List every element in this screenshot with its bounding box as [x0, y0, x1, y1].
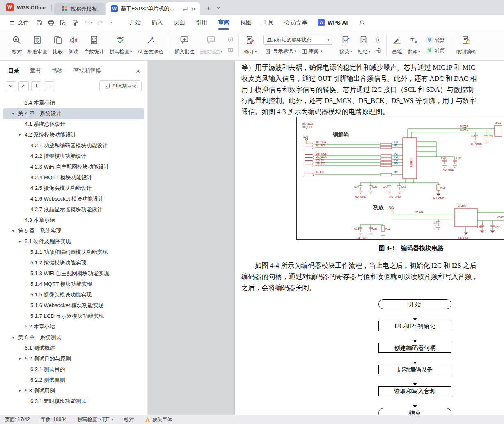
toc-item[interactable]: ▼6.2 测试目的与原则 [3, 353, 144, 364]
close-document-tab-icon[interactable]: × [191, 5, 196, 12]
new-tab-button[interactable]: + [204, 3, 213, 13]
more-quick-tools-chevron-icon[interactable] [107, 17, 115, 28]
review-pane-button[interactable]: 审阅 ▾ [300, 47, 324, 56]
document-page[interactable]: 等）用于滤波和去耦，确保电源的稳定性和减少噪声。芯片通过 MIC1P 和 MIC… [235, 61, 504, 415]
spell-check-dropdown-icon[interactable]: ▾ [130, 50, 132, 54]
sidebar-tab-chapters[interactable]: 章节 [30, 67, 41, 75]
ai-recognize-toc-button[interactable]: AI识别目录 [99, 80, 142, 91]
ai-polish-button[interactable]: AI 全文润色 [135, 33, 167, 58]
standard-review-button[interactable]: 标准审查 [25, 33, 50, 58]
sidebar-tab-toc[interactable]: 目录 [8, 67, 19, 75]
collapse-all-button[interactable] [6, 81, 16, 91]
toc-item[interactable]: 4.2.4 MQTT 模块功能设计 [3, 172, 144, 183]
toc-collapse-arrow-icon[interactable]: ▼ [18, 133, 25, 137]
toc-item[interactable]: ▼第 4 章 系统设计 [3, 108, 144, 119]
toc-item[interactable]: 5.2 本章小结 [3, 321, 144, 332]
toc-item[interactable]: 5.1.5 摄像头模块功能实现 [3, 290, 144, 300]
wps-home-tab[interactable]: W WPS Office [3, 0, 51, 15]
status-missing-font[interactable]: 缺失字体 [144, 416, 172, 423]
track-changes-button[interactable]: 修订▾ [241, 33, 260, 58]
toc-item[interactable]: ▼5.1 硬件及程序实现 [3, 236, 144, 247]
track-changes-dropdown-icon[interactable]: ▾ [255, 50, 257, 54]
to-traditional-button[interactable]: 繁 转繁 [425, 36, 447, 45]
undo-button[interactable]: ▾ [81, 17, 94, 28]
spell-check-status-dropdown-icon[interactable]: ▾ [111, 418, 113, 422]
toc-item[interactable]: ▼第 5 章 系统实现 [3, 226, 144, 236]
sidebar-tab-bookmarks[interactable]: 书签 [52, 67, 63, 75]
to-simplified-button[interactable]: 简 转简 [425, 46, 447, 55]
read-aloud-button[interactable]: 朗读 [66, 33, 81, 58]
expand-all-button[interactable] [18, 81, 29, 91]
toc-item[interactable]: 3.4 本章小结 [3, 98, 144, 108]
sidebar-tab-find-replace[interactable]: 查找和替换 [73, 67, 101, 75]
spell-check-button[interactable]: ABC 拼写检查▾ [107, 33, 135, 58]
toc-item[interactable]: 5.1.3 WiFi 自主配网模块功能实现 [3, 268, 144, 279]
toc-item[interactable]: 5.1.7 LCD 显示器模块功能实现 [3, 311, 144, 321]
toc-item[interactable]: 5.1.2 按键模块功能实现 [3, 258, 144, 268]
increase-level-button[interactable] [31, 81, 41, 91]
menu-tab-view[interactable]: 视图 [235, 15, 257, 30]
menu-tab-tools[interactable]: 工具 [257, 15, 279, 30]
toc-collapse-arrow-icon[interactable]: ▼ [18, 357, 25, 361]
proofread-button[interactable]: 校对 [9, 33, 25, 58]
format-painter-button[interactable] [69, 17, 80, 28]
toc-item[interactable]: ▼4.2 系统模块功能设计 [3, 130, 144, 140]
toc-item[interactable]: 4.2.1 功放和编码器模块功能设计 [3, 140, 144, 151]
wps-ai-button[interactable]: A WPS AI [313, 15, 353, 30]
print-preview-button[interactable] [57, 17, 69, 28]
previous-revision-button[interactable] [374, 36, 383, 44]
status-page-number[interactable]: 页面: 17/42 [5, 416, 30, 423]
toc-item[interactable]: 4.1 系统总体设计 [3, 119, 144, 130]
status-spell-check[interactable]: 拼写检查: 打开▾ [78, 416, 113, 423]
status-word-count[interactable]: 字数: 18934 [41, 416, 67, 423]
insert-comment-button[interactable]: 插入批注 [172, 33, 197, 58]
toc-collapse-arrow-icon[interactable]: ▼ [11, 229, 18, 233]
print-button[interactable] [46, 17, 57, 28]
toc-item[interactable]: 4.3 本章小结 [3, 215, 144, 226]
menu-tab-member[interactable]: 会员专享 [279, 15, 313, 30]
translate-dropdown-icon[interactable]: ▾ [418, 50, 420, 54]
toc-item[interactable]: 4.2.6 Websocket 模块功能设计 [3, 194, 144, 204]
document-canvas[interactable]: 等）用于滤波和去耦，确保电源的稳定性和减少噪声。芯片通过 MIC1P 和 MIC… [148, 61, 504, 415]
delete-comment-dropdown-icon[interactable]: ▾ [220, 50, 222, 54]
reject-button[interactable]: 拒绝▾ [355, 33, 373, 58]
redo-button[interactable] [95, 17, 106, 28]
toc-item[interactable]: 6.3.1 定时模块功能测试 [3, 396, 144, 407]
toc-item[interactable]: 4.2.5 摄像头模块功能设计 [3, 183, 144, 194]
next-revision-button[interactable] [374, 47, 383, 55]
toc-item[interactable]: ▼6.3 测试用例 [3, 385, 144, 396]
toc-item[interactable]: 5.1.1 功放和编码器模块功能实现 [3, 247, 144, 258]
toc-collapse-arrow-icon[interactable]: ▼ [18, 240, 25, 244]
menu-tab-page[interactable]: 页面 [168, 15, 190, 30]
comment-bubble-icon[interactable] [182, 6, 188, 11]
translate-button[interactable]: 文A 翻译▾ [405, 33, 423, 58]
toc-collapse-arrow-icon[interactable]: ▼ [11, 112, 18, 116]
toc-item[interactable]: 6.1 测试概述 [3, 343, 144, 353]
close-pane-icon[interactable]: × [136, 68, 140, 75]
status-proofread[interactable]: 校对 [124, 416, 134, 423]
markup-state-select[interactable]: 显示标记的最终状态 ▾ [263, 35, 332, 45]
accept-dropdown-icon[interactable]: ▾ [350, 50, 352, 54]
toc-item[interactable]: 4.2.3 WiFi 自主配网模块功能设计 [3, 162, 144, 172]
undo-dropdown-caret-icon[interactable]: ▾ [91, 21, 92, 25]
delete-comment-button[interactable]: 删除批注▾ [197, 33, 225, 58]
reject-dropdown-icon[interactable]: ▾ [369, 50, 371, 54]
docer-template-tab[interactable]: 找稻壳模板 [54, 3, 105, 15]
file-menu-button[interactable]: 文件 [6, 17, 32, 28]
document-tab[interactable]: W 基于ESP32单片机的智能门铃 × [106, 2, 200, 15]
toc-item[interactable]: ▼第 6 章 系统测试 [3, 332, 144, 343]
toc-item[interactable]: 4.2.7 液晶显示器模块功能设计 [3, 204, 144, 215]
toc-collapse-arrow-icon[interactable]: ▼ [18, 389, 25, 393]
accept-button[interactable]: 接受▾ [337, 33, 355, 58]
next-comment-button[interactable] [226, 47, 235, 55]
decrease-level-button[interactable] [44, 81, 54, 91]
word-count-button[interactable]: 123 字数统计 [81, 33, 107, 58]
show-markup-button[interactable]: 显示标记 ▾ [263, 47, 298, 56]
previous-comment-button[interactable] [226, 36, 235, 44]
toc-item[interactable]: 4.2.2 按键模块功能设计 [3, 151, 144, 162]
menu-tab-review[interactable]: 审阅 [213, 15, 235, 30]
toc-item[interactable]: 5.1.6 Websocket 模块功能实现 [3, 300, 144, 311]
search-icon[interactable] [359, 19, 366, 26]
menu-tab-references[interactable]: 引用 [190, 15, 213, 30]
menu-tab-insert[interactable]: 插入 [146, 15, 168, 30]
